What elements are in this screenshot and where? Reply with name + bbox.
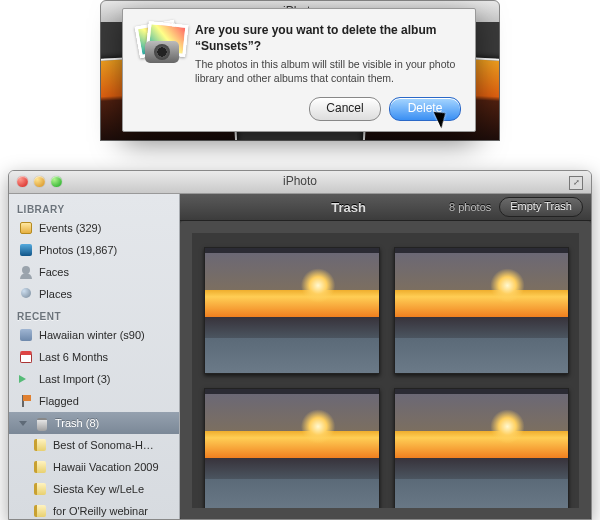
sidebar-item-label: Best of Sonoma-H… (53, 439, 154, 451)
arrow-icon (19, 372, 33, 386)
photo-thumbnail[interactable] (394, 388, 570, 515)
trash-icon (35, 416, 49, 430)
photo-thumbnail[interactable] (394, 247, 570, 374)
sidebar-item-label: Faces (39, 266, 69, 278)
sidebar-item-label: Hawaiian winter (s90) (39, 329, 145, 341)
sidebar-item-photos-19-867[interactable]: Photos (19,867) (9, 239, 179, 261)
minimize-window-icon[interactable] (34, 176, 45, 187)
delete-album-dialog-window: iPhoto Are you sure you want to delete t… (100, 0, 500, 150)
sidebar-item-label: Last 6 Months (39, 351, 108, 363)
events-icon (19, 221, 33, 235)
iphoto-main-window: iPhoto ⤢ LIBRARY Events (329)Photos (19,… (8, 170, 592, 520)
book-icon (33, 482, 47, 496)
sidebar-header-recent: RECENT (9, 305, 179, 324)
cal-icon (19, 350, 33, 364)
sidebar-item-flagged[interactable]: Flagged (9, 390, 179, 412)
close-window-icon[interactable] (17, 176, 28, 187)
dialog-heading: Are you sure you want to delete the albu… (195, 23, 461, 54)
disclosure-triangle-icon[interactable] (19, 421, 27, 426)
app-window-title: iPhoto (283, 174, 317, 188)
dialog-subtext: The photos in this album will still be v… (195, 58, 461, 85)
empty-trash-button[interactable]: Empty Trash (499, 197, 583, 217)
book-icon (33, 460, 47, 474)
confirm-delete-sheet: Are you sure you want to delete the albu… (122, 8, 476, 132)
sidebar-item-last-6-months[interactable]: Last 6 Months (9, 346, 179, 368)
sidebar-item-faces[interactable]: Faces (9, 261, 179, 283)
window-traffic-lights[interactable] (17, 176, 62, 187)
iphoto-app-icon (137, 23, 195, 71)
sidebar-header-library: LIBRARY (9, 198, 179, 217)
cursor-icon (437, 109, 449, 127)
sidebar-item-label: Flagged (39, 395, 79, 407)
faces-icon (19, 265, 33, 279)
zoom-window-icon[interactable] (51, 176, 62, 187)
photos-icon (19, 243, 33, 257)
flag-icon (19, 394, 33, 408)
sidebar-item-hawaii-vacation-2009[interactable]: Hawaii Vacation 2009 (9, 456, 179, 478)
sidebar-item-label: Trash (8) (55, 417, 99, 429)
sidebar-item-hawaiian-winter-s90[interactable]: Hawaiian winter (s90) (9, 324, 179, 346)
sidebar-item-events-329[interactable]: Events (329) (9, 217, 179, 239)
photo-thumbnail[interactable] (204, 247, 380, 374)
sidebar-item-last-import-3[interactable]: Last Import (3) (9, 368, 179, 390)
sidebar-item-siesta-key-w-lele[interactable]: Siesta Key w/LeLe (9, 478, 179, 500)
sidebar: LIBRARY Events (329)Photos (19,867)Faces… (9, 194, 180, 520)
thumbnail-grid (180, 221, 591, 520)
sidebar-item-label: Siesta Key w/LeLe (53, 483, 144, 495)
sidebar-item-label: for O'Reilly webinar (53, 505, 148, 517)
sidebar-item-for-o-reilly-webinar[interactable]: for O'Reilly webinar (9, 500, 179, 520)
content-title: Trash (248, 200, 449, 215)
sidebar-item-label: Hawaii Vacation 2009 (53, 461, 159, 473)
sidebar-item-best-of-sonoma-h[interactable]: Best of Sonoma-H… (9, 434, 179, 456)
sidebar-item-trash-8[interactable]: Trash (8) (9, 412, 179, 434)
sidebar-item-label: Events (329) (39, 222, 101, 234)
sidebar-item-label: Places (39, 288, 72, 300)
places-icon (19, 287, 33, 301)
delete-button[interactable]: Delete (389, 97, 461, 121)
book-icon (33, 504, 47, 518)
fullscreen-icon[interactable]: ⤢ (569, 176, 583, 190)
cancel-button[interactable]: Cancel (309, 97, 381, 121)
sidebar-item-label: Last Import (3) (39, 373, 111, 385)
content-header: Trash 8 photos Empty Trash (180, 194, 591, 221)
book-icon (33, 438, 47, 452)
sidebar-item-label: Photos (19,867) (39, 244, 117, 256)
content-area: Trash 8 photos Empty Trash (180, 194, 591, 520)
folder-icon (19, 328, 33, 342)
app-titlebar: iPhoto ⤢ (9, 171, 591, 194)
content-count: 8 photos (449, 201, 491, 213)
sidebar-item-places[interactable]: Places (9, 283, 179, 305)
photo-thumbnail[interactable] (204, 388, 380, 515)
